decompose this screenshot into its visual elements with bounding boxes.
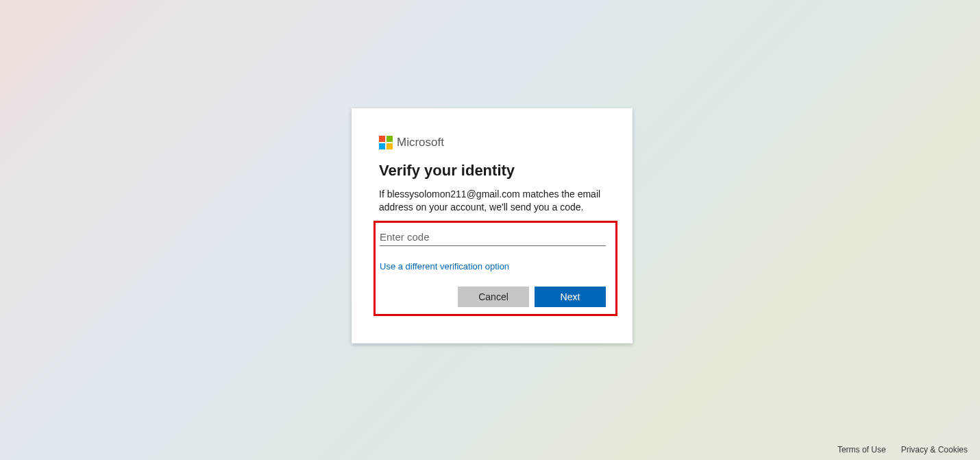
brand-name: Microsoft — [397, 136, 444, 149]
highlighted-section: Use a different verification option Canc… — [373, 221, 617, 316]
next-button[interactable]: Next — [535, 287, 606, 307]
description-text: If blessysolomon211@gmail.com matches th… — [379, 188, 605, 214]
terms-of-use-link[interactable]: Terms of Use — [837, 445, 886, 455]
footer-links: Terms of Use Privacy & Cookies — [837, 445, 968, 455]
page-title: Verify your identity — [379, 162, 605, 180]
privacy-cookies-link[interactable]: Privacy & Cookies — [901, 445, 968, 455]
cancel-button[interactable]: Cancel — [458, 287, 529, 307]
microsoft-logo-icon — [379, 136, 393, 149]
different-verification-link[interactable]: Use a different verification option — [380, 261, 509, 271]
code-input[interactable] — [380, 227, 606, 246]
verification-card: Microsoft Verify your identity If blessy… — [352, 108, 633, 343]
button-row: Cancel Next — [380, 287, 606, 307]
brand-row: Microsoft — [379, 136, 605, 149]
